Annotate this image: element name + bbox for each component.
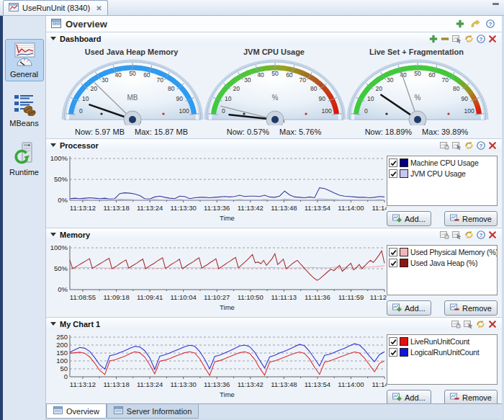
- remove-chart-icon: [450, 214, 459, 224]
- pointer-icon[interactable]: [464, 320, 473, 329]
- minimize-icon[interactable]: [492, 3, 499, 5]
- remove-button[interactable]: Remove: [444, 300, 498, 316]
- svg-text:11:13:24: 11:13:24: [137, 204, 163, 212]
- svg-text:30: 30: [244, 76, 251, 84]
- svg-text:11:13:36: 11:13:36: [204, 380, 230, 388]
- close-icon[interactable]: [488, 320, 497, 329]
- legend-item: Used Physical Memory (%): [389, 248, 495, 256]
- help-icon[interactable]: ?: [486, 19, 495, 28]
- gauge-max: Max: 39.89%: [422, 128, 468, 136]
- tab-server-information[interactable]: Server Information: [107, 404, 199, 419]
- svg-text:11:13:48: 11:13:48: [271, 380, 297, 388]
- svg-text:0%: 0%: [58, 285, 68, 293]
- refresh-icon[interactable]: [464, 35, 474, 43]
- section-title: Dashboard: [60, 35, 101, 43]
- svg-text:11:10:50: 11:10:50: [238, 293, 264, 301]
- add-button[interactable]: Add...: [387, 300, 431, 316]
- collapse-arrow-icon[interactable]: [50, 233, 56, 236]
- svg-text:100: 100: [321, 107, 331, 115]
- collapse-arrow-icon[interactable]: [50, 322, 56, 326]
- add-icon[interactable]: [429, 35, 438, 43]
- gauge-now: Now: 0.57%: [227, 128, 269, 136]
- lock-icon[interactable]: [440, 141, 449, 150]
- svg-text:20: 20: [375, 85, 382, 92]
- svg-text:11:13:30: 11:13:30: [171, 204, 197, 212]
- svg-text:50: 50: [129, 70, 136, 77]
- add-button[interactable]: Add...: [387, 211, 431, 226]
- remove-button[interactable]: Remove: [444, 211, 498, 226]
- svg-text:60: 60: [428, 71, 436, 79]
- sidebar-item-runtime[interactable]: Runtime: [5, 138, 44, 179]
- series-swatch: [400, 169, 408, 178]
- svg-text:?: ?: [480, 142, 483, 148]
- sidebar-item-mbeans[interactable]: MBeans: [5, 89, 44, 130]
- gauge-dial: 0102030405060708090100%: [203, 59, 347, 125]
- editor-tab[interactable]: UseRunUnit (8340) ✕: [3, 0, 108, 15]
- legend-item: LogicalRunUnitCount: [389, 348, 495, 357]
- checkbox[interactable]: [389, 348, 397, 357]
- add-button[interactable]: Add...: [387, 390, 431, 405]
- remove-chart-icon: [450, 303, 459, 313]
- gauge-now: Now: 5.97 MB: [75, 128, 125, 136]
- refresh-icon[interactable]: [476, 320, 485, 329]
- close-icon[interactable]: [488, 35, 497, 43]
- checkbox[interactable]: [389, 248, 397, 256]
- lock-icon[interactable]: [440, 231, 449, 239]
- refresh-icon[interactable]: [464, 141, 474, 150]
- section-header-my-chart-1[interactable]: My Chart 1: [46, 317, 502, 330]
- checkbox[interactable]: [389, 169, 397, 178]
- svg-text:11:13:12: 11:13:12: [70, 204, 96, 212]
- svg-text:60: 60: [286, 71, 293, 79]
- sidebar-item-general[interactable]: General: [5, 39, 44, 81]
- svg-text:11:11:59: 11:11:59: [338, 293, 364, 301]
- checkbox[interactable]: [389, 259, 397, 267]
- svg-text:11:13:48: 11:13:48: [271, 204, 297, 212]
- sidebar-item-label: Runtime: [6, 168, 43, 177]
- close-icon[interactable]: [488, 231, 497, 239]
- help-icon[interactable]: ?: [477, 231, 485, 239]
- refresh-icon[interactable]: [464, 231, 474, 239]
- add-icon[interactable]: [456, 19, 464, 28]
- collapse-arrow-icon[interactable]: [50, 37, 56, 40]
- pointer-icon[interactable]: [452, 141, 462, 150]
- curve-icon[interactable]: [470, 19, 480, 28]
- remove-button[interactable]: Remove: [444, 390, 498, 405]
- gauge-title: Live Set + Fragmentation: [346, 48, 488, 58]
- memory-legend: Used Physical Memory (%)Used Java Heap (…: [387, 245, 498, 295]
- svg-text:11:13:24: 11:13:24: [137, 380, 163, 388]
- section-toolbar: ?: [440, 231, 502, 239]
- lock-icon[interactable]: [451, 320, 461, 329]
- tab-label: Overview: [66, 407, 99, 416]
- collapse-arrow-icon[interactable]: [50, 143, 56, 147]
- pointer-icon[interactable]: [452, 231, 462, 239]
- svg-text:?: ?: [480, 231, 483, 238]
- tab-overview[interactable]: Overview: [46, 404, 107, 419]
- series-name: LogicalRunUnitCount: [410, 348, 479, 357]
- svg-text:50: 50: [271, 70, 279, 77]
- checkbox[interactable]: [389, 158, 397, 167]
- series-swatch: [400, 337, 408, 346]
- svg-text:0: 0: [64, 372, 68, 380]
- close-icon[interactable]: [488, 141, 497, 150]
- series-swatch: [400, 348, 408, 357]
- svg-text:150: 150: [56, 349, 68, 357]
- svg-text:11:10:04: 11:10:04: [171, 293, 197, 301]
- help-icon[interactable]: ?: [477, 35, 485, 43]
- legend-item: Machine CPU Usage: [389, 158, 495, 167]
- gauge-cpu: JVM CPU Usage 0102030405060708090100% No…: [203, 48, 346, 138]
- series-name: JVM CPU Usage: [410, 169, 466, 178]
- minus-icon[interactable]: [441, 35, 449, 43]
- add-chart-icon: [392, 214, 402, 224]
- svg-text:11:14:00: 11:14:00: [338, 204, 364, 212]
- svg-text:80: 80: [168, 85, 175, 92]
- svg-text:100%: 100%: [50, 243, 68, 251]
- gauge-now: Now: 18.89%: [365, 128, 412, 136]
- close-icon[interactable]: ✕: [96, 4, 102, 12]
- checkbox[interactable]: [389, 337, 397, 346]
- pointer-icon[interactable]: [452, 35, 462, 43]
- section-header-processor[interactable]: Processor ?: [46, 138, 502, 151]
- section-header-memory[interactable]: Memory ?: [46, 228, 502, 241]
- section-header-dashboard[interactable]: Dashboard ?: [46, 32, 502, 45]
- sidebar-item-label: MBeans: [6, 119, 43, 128]
- help-icon[interactable]: ?: [477, 141, 485, 150]
